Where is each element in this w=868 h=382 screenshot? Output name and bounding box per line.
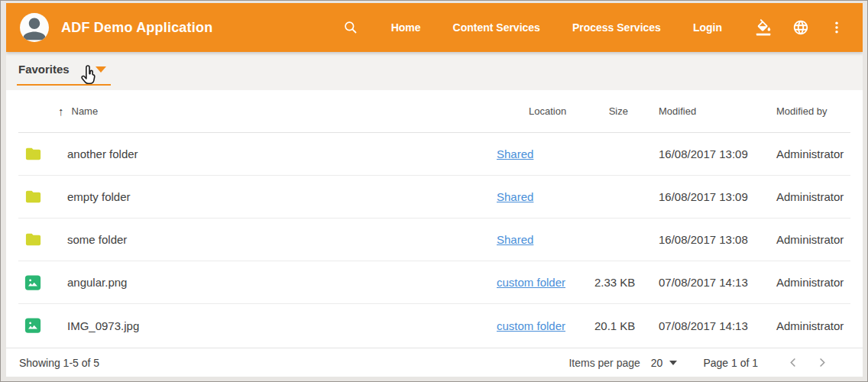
theme-color-fill-button[interactable] <box>746 19 782 36</box>
column-header-name[interactable]: ↑ Name <box>58 105 497 118</box>
location-link[interactable]: Shared <box>497 147 533 160</box>
adf-app-window: ADF Demo Application Home Content Servic… <box>6 3 863 377</box>
column-header-name-label: Name <box>72 105 99 117</box>
color-fill-icon <box>756 19 772 36</box>
tab-favorites-label: Favorites <box>18 63 70 76</box>
modified-date: 16/08/2017 13:09 <box>636 190 770 203</box>
app-header: ADF Demo Application Home Content Servic… <box>6 3 863 52</box>
location-link[interactable]: custom folder <box>497 276 565 289</box>
modified-date: 16/08/2017 13:08 <box>636 233 770 246</box>
user-avatar[interactable] <box>20 13 49 42</box>
image-file-icon <box>24 317 41 334</box>
location-link[interactable]: custom folder <box>497 319 565 332</box>
caret-down-icon <box>669 361 677 365</box>
person-icon <box>21 15 48 42</box>
screenshot-frame: ADF Demo Application Home Content Servic… <box>0 0 868 382</box>
table-row[interactable]: another folder Shared 16/08/2017 13:09 A… <box>18 133 850 176</box>
column-header-location[interactable]: Location <box>497 105 594 117</box>
globe-icon <box>792 19 809 36</box>
view-switcher: Favorites <box>6 52 863 90</box>
nav-login[interactable]: Login <box>677 21 738 34</box>
table-row[interactable]: IMG_0973.jpg custom folder 20.1 KB 07/08… <box>18 304 850 347</box>
sort-ascending-icon: ↑ <box>58 105 64 118</box>
modified-by: Administrator <box>770 276 850 289</box>
range-label: Showing 1-5 of 5 <box>19 357 99 369</box>
items-per-page-value: 20 <box>651 357 663 369</box>
table-header-row: ↑ Name Location Size Modified Modified b… <box>18 90 850 133</box>
modified-by: Administrator <box>770 319 850 332</box>
column-header-modified-by[interactable]: Modified by <box>770 105 850 117</box>
chevron-left-icon <box>788 357 799 368</box>
modified-date: 07/08/2017 14:13 <box>636 276 770 289</box>
search-button[interactable] <box>343 20 358 35</box>
app-title: ADF Demo Application <box>61 20 212 36</box>
page-label: Page 1 of 1 <box>703 357 758 369</box>
nav-home[interactable]: Home <box>375 21 437 34</box>
folder-icon <box>24 145 42 163</box>
file-name: IMG_0973.jpg <box>58 319 497 332</box>
paginator: Showing 1-5 of 5 Items per page 20 Page … <box>6 348 863 377</box>
hand-cursor-icon <box>78 64 99 87</box>
file-name: another folder <box>58 147 497 160</box>
more-vert-icon <box>829 19 844 36</box>
document-list: ↑ Name Location Size Modified Modified b… <box>6 90 863 348</box>
nav-process-services[interactable]: Process Services <box>556 21 677 34</box>
location-link[interactable]: Shared <box>497 233 533 246</box>
previous-page-button[interactable] <box>779 357 808 368</box>
main-nav: Home Content Services Process Services L… <box>375 21 738 34</box>
image-file-icon <box>24 274 41 291</box>
next-page-button[interactable] <box>808 357 828 368</box>
items-per-page-label: Items per page <box>568 357 640 369</box>
file-size: 2.33 KB <box>594 276 636 289</box>
modified-date: 07/08/2017 14:13 <box>636 319 770 332</box>
search-icon <box>343 20 358 35</box>
column-header-modified[interactable]: Modified <box>636 105 770 117</box>
modified-by: Administrator <box>770 147 850 160</box>
nav-content-services[interactable]: Content Services <box>437 21 556 34</box>
table-row[interactable]: some folder Shared 16/08/2017 13:08 Admi… <box>18 219 850 261</box>
more-menu-button[interactable] <box>819 19 846 36</box>
modified-date: 16/08/2017 13:09 <box>636 147 770 160</box>
column-header-size[interactable]: Size <box>594 105 636 117</box>
modified-by: Administrator <box>770 190 850 203</box>
header-actions: Home Content Services Process Services L… <box>343 19 846 36</box>
paginator-controls: Items per page 20 Page 1 of 1 <box>568 357 828 369</box>
file-name: angular.png <box>58 276 497 289</box>
file-size: 20.1 KB <box>594 319 636 332</box>
folder-icon <box>24 188 42 206</box>
file-name: some folder <box>58 233 497 246</box>
table-row[interactable]: angular.png custom folder 2.33 KB 07/08/… <box>18 261 850 304</box>
file-name: empty folder <box>58 190 497 203</box>
folder-icon <box>24 231 42 248</box>
chevron-right-icon <box>816 357 828 368</box>
modified-by: Administrator <box>770 233 850 246</box>
table-row[interactable]: empty folder Shared 16/08/2017 13:09 Adm… <box>18 176 850 219</box>
language-button[interactable] <box>782 19 819 36</box>
location-link[interactable]: Shared <box>497 190 533 203</box>
items-per-page-select[interactable]: 20 <box>651 357 678 369</box>
